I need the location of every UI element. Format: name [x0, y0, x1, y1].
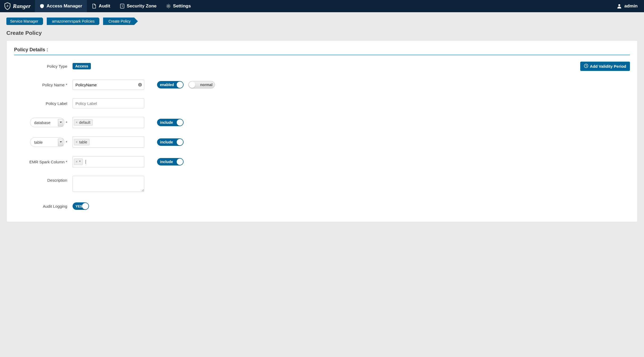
tag-item: × * [74, 159, 83, 165]
policy-panel: Policy Details : Policy Type Access Add … [6, 40, 638, 222]
resource-selector-database[interactable]: database [30, 118, 65, 127]
resource-selector-value: database [34, 120, 50, 125]
resource-selector-table[interactable]: table [30, 137, 65, 147]
enabled-toggle[interactable]: enabled [157, 81, 184, 88]
tag-item: × default [74, 119, 93, 126]
row-resource-table: table * × table include [14, 137, 630, 148]
row-policy-type: Policy Type Access Add Validity Period [14, 61, 630, 71]
description-textarea[interactable] [73, 176, 144, 192]
breadcrumb-policies[interactable]: amazonemrspark Policies [47, 18, 98, 25]
audit-logging-toggle[interactable]: YES [73, 202, 89, 210]
nav-items: Access Manager Audit Security Zone Setti… [35, 0, 196, 12]
tag-text: * [79, 160, 80, 164]
svg-text:R: R [6, 4, 9, 7]
nav-security-zone[interactable]: Security Zone [115, 0, 161, 12]
ranger-logo-icon: R [4, 2, 11, 10]
emr-column-tags-input[interactable]: × * | [73, 156, 144, 167]
nav-label: Audit [99, 3, 110, 9]
tag-remove-icon[interactable]: × [75, 140, 78, 144]
gear-icon [166, 4, 171, 8]
svg-point-2 [168, 5, 169, 7]
label-policy-name: Policy Name * [14, 83, 73, 87]
nav-audit[interactable]: Audit [87, 0, 115, 12]
brand[interactable]: R Ranger [0, 0, 35, 12]
bolt-icon [120, 4, 125, 8]
label-policy-label: Policy Label [14, 101, 73, 106]
nav-user-menu[interactable]: admin [611, 0, 644, 12]
policy-type-badge: Access [73, 63, 91, 69]
policy-type-value: Access [73, 63, 91, 69]
user-icon [617, 4, 622, 8]
chevron-down-icon [60, 141, 62, 143]
nav-user-name: admin [624, 3, 638, 9]
nav-label: Security Zone [127, 3, 156, 9]
required-asterisk: * [66, 140, 67, 144]
nav-access-manager[interactable]: Access Manager [35, 0, 87, 12]
normal-toggle[interactable]: normal [188, 81, 215, 88]
toggle-knob [189, 82, 195, 88]
toggle-knob [177, 139, 183, 145]
label-audit-logging: Audit Logging [14, 204, 73, 209]
page-content: Service Manager amazonemrspark Policies … [0, 12, 644, 227]
tag-remove-icon[interactable]: × [75, 160, 78, 164]
nav-settings[interactable]: Settings [161, 0, 196, 12]
table-tags-input[interactable]: × table [73, 137, 144, 148]
svg-text:i: i [139, 83, 140, 86]
text-cursor: | [84, 159, 86, 164]
nav-label: Settings [173, 3, 191, 9]
policy-name-input[interactable] [73, 80, 144, 90]
chevron-down-icon [60, 122, 62, 123]
include-toggle-database[interactable]: include [157, 119, 184, 126]
resource-selector-value: table [34, 140, 43, 144]
tag-text: default [79, 120, 90, 125]
toggle-knob [177, 159, 183, 165]
breadcrumbs: Service Manager amazonemrspark Policies … [6, 18, 638, 25]
toggle-knob [177, 119, 183, 126]
tag-item: × table [74, 139, 90, 145]
policy-label-input[interactable] [73, 98, 144, 108]
add-validity-period-button[interactable]: Add Validity Period [580, 62, 630, 71]
label-description: Description [14, 176, 73, 182]
top-navbar: R Ranger Access Manager Audit Security Z… [0, 0, 644, 12]
document-icon [92, 4, 96, 8]
row-policy-label: Policy Label [14, 98, 630, 108]
nav-label: Access Manager [46, 3, 82, 9]
clock-icon [584, 64, 588, 69]
include-toggle-emr-column[interactable]: include [157, 158, 184, 165]
database-tags-input[interactable]: × default [73, 117, 144, 128]
info-icon[interactable]: i [138, 83, 142, 87]
row-audit-logging: Audit Logging YES [14, 201, 630, 211]
row-resource-database: database * × default include [14, 117, 630, 128]
required-asterisk: * [66, 120, 67, 125]
section-heading: Policy Details : [14, 47, 630, 55]
shield-icon [40, 4, 44, 8]
toggle-knob [177, 82, 183, 88]
tag-text: table [79, 140, 87, 144]
svg-point-3 [618, 4, 620, 6]
row-policy-name: Policy Name * i enabled normal [14, 80, 630, 90]
page-title: Create Policy [6, 30, 638, 36]
row-description: Description [14, 176, 630, 193]
label-policy-type: Policy Type [14, 64, 73, 69]
include-toggle-table[interactable]: include [157, 138, 184, 146]
breadcrumb-create-policy[interactable]: Create Policy [103, 18, 134, 25]
brand-name: Ranger [13, 3, 31, 10]
toggle-knob [82, 203, 88, 209]
tag-remove-icon[interactable]: × [75, 121, 78, 124]
breadcrumb-service-manager[interactable]: Service Manager [6, 18, 42, 25]
add-validity-label: Add Validity Period [590, 64, 626, 69]
row-emr-column: EMR Spark Column * × * | include [14, 156, 630, 167]
label-emr-column: EMR Spark Column * [14, 160, 73, 164]
